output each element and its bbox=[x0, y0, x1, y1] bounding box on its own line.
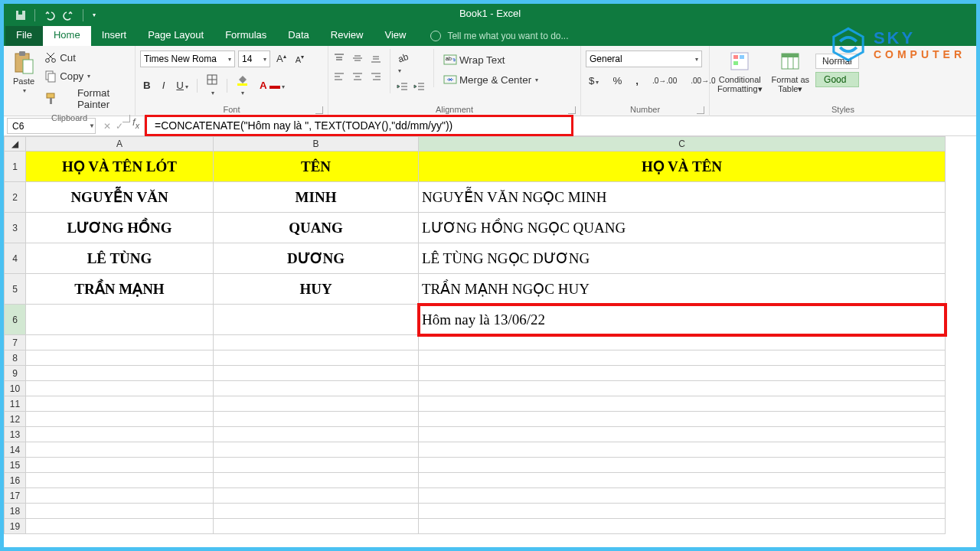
increase-indent-icon[interactable] bbox=[413, 81, 426, 93]
accounting-format-button[interactable]: $▾ bbox=[586, 73, 602, 88]
row-header-1[interactable]: 1 bbox=[5, 152, 26, 182]
alignment-launcher-icon[interactable] bbox=[568, 106, 576, 114]
font-color-button[interactable]: A ▾ bbox=[256, 78, 288, 93]
cell-b6[interactable] bbox=[214, 305, 419, 335]
svg-text:ab: ab bbox=[397, 52, 410, 64]
row-header-14[interactable]: 14 bbox=[5, 442, 26, 458]
tab-view[interactable]: View bbox=[374, 26, 416, 46]
tab-formulas[interactable]: Formulas bbox=[214, 26, 277, 46]
increase-font-button[interactable]: A▴ bbox=[273, 51, 289, 66]
tab-file[interactable]: File bbox=[5, 26, 43, 46]
save-icon[interactable] bbox=[15, 9, 27, 21]
increase-decimal-button[interactable]: .0→.00 bbox=[649, 75, 680, 86]
conditional-formatting-button[interactable]: ConditionalFormatting▾ bbox=[714, 49, 766, 95]
cell-c2[interactable]: NGUYỄN VĂN NGỌC MINH bbox=[419, 182, 946, 213]
cell-c1[interactable]: HỌ VÀ TÊN bbox=[419, 152, 946, 182]
align-bottom-icon[interactable] bbox=[370, 52, 382, 64]
title-bar: ▾ Book1 - Excel bbox=[4, 4, 976, 26]
cell-c4[interactable]: LÊ TÙNG NGỌC DƯƠNG bbox=[419, 243, 946, 274]
col-header-c[interactable]: C bbox=[419, 137, 946, 152]
cell-b2[interactable]: MINH bbox=[214, 182, 419, 213]
cell-a1[interactable]: HỌ VÀ TÊN LÓT bbox=[26, 152, 214, 182]
format-painter-label: Format Painter bbox=[60, 87, 127, 110]
tab-review[interactable]: Review bbox=[320, 26, 374, 46]
tab-page-layout[interactable]: Page Layout bbox=[137, 26, 214, 46]
tab-home[interactable]: Home bbox=[43, 26, 91, 46]
font-size-select[interactable]: 14▾ bbox=[238, 51, 270, 67]
merge-center-button[interactable]: Merge & Center▾ bbox=[440, 72, 541, 87]
comma-format-button[interactable]: , bbox=[632, 73, 642, 88]
number-format-select[interactable]: General▾ bbox=[586, 51, 702, 67]
number-launcher-icon[interactable] bbox=[697, 106, 704, 114]
row-header-9[interactable]: 9 bbox=[5, 366, 26, 381]
svg-rect-47 bbox=[740, 55, 744, 59]
cell-c3[interactable]: LƯƠNG HỒNG NGỌC QUANG bbox=[419, 213, 946, 243]
row-header-13[interactable]: 13 bbox=[5, 427, 26, 442]
row-header-10[interactable]: 10 bbox=[5, 381, 26, 396]
row-header-12[interactable]: 12 bbox=[5, 412, 26, 427]
cell-b3[interactable]: QUANG bbox=[214, 213, 419, 243]
select-all-corner[interactable]: ◢ bbox=[5, 137, 26, 152]
row-header-17[interactable]: 17 bbox=[5, 488, 26, 504]
row-header-2[interactable]: 2 bbox=[5, 182, 26, 213]
align-right-icon[interactable] bbox=[370, 70, 382, 83]
borders-button[interactable]: ▾ bbox=[203, 72, 221, 99]
row-header-18[interactable]: 18 bbox=[5, 504, 26, 519]
cut-button[interactable]: Cut bbox=[41, 49, 130, 66]
worksheet[interactable]: ◢ A B C 1 HỌ VÀ TÊN LÓT TÊN HỌ VÀ TÊN 2 … bbox=[4, 136, 976, 534]
cell-a6[interactable] bbox=[26, 305, 214, 335]
cell-c5[interactable]: TRẦN MẠNH NGỌC HUY bbox=[419, 274, 946, 305]
cell-a2[interactable]: NGUYỄN VĂN bbox=[26, 182, 214, 213]
tab-data[interactable]: Data bbox=[277, 26, 319, 46]
style-good[interactable]: Good bbox=[815, 72, 859, 87]
svg-rect-16 bbox=[270, 86, 280, 89]
style-normal[interactable]: Normal bbox=[815, 54, 859, 69]
decrease-font-button[interactable]: A▾ bbox=[292, 52, 307, 66]
align-left-icon[interactable] bbox=[333, 70, 345, 83]
tell-me-search[interactable]: Tell me what you want to do... bbox=[416, 26, 976, 46]
col-header-a[interactable]: A bbox=[26, 137, 214, 152]
cell-b4[interactable]: DƯƠNG bbox=[214, 243, 419, 274]
fill-color-button[interactable]: ▾ bbox=[233, 72, 251, 99]
col-header-b[interactable]: B bbox=[214, 137, 419, 152]
row-header-7[interactable]: 7 bbox=[5, 335, 26, 350]
row-header-16[interactable]: 16 bbox=[5, 473, 26, 488]
qat-customize-dropdown[interactable]: ▾ bbox=[93, 11, 96, 18]
cell-a4[interactable]: LÊ TÙNG bbox=[26, 243, 214, 274]
percent-format-button[interactable]: % bbox=[609, 73, 625, 88]
row-header-19[interactable]: 19 bbox=[5, 519, 26, 534]
cell-c6[interactable]: Hôm nay là 13/06/22 bbox=[419, 305, 946, 335]
clipboard-launcher-icon[interactable] bbox=[122, 115, 130, 122]
bold-button[interactable]: B bbox=[140, 78, 154, 93]
format-painter-button[interactable]: Format Painter bbox=[41, 86, 130, 112]
wrap-text-button[interactable]: ab Wrap Text bbox=[440, 52, 541, 67]
align-top-icon[interactable] bbox=[333, 52, 345, 64]
align-middle-icon[interactable] bbox=[351, 52, 364, 64]
cell-b5[interactable]: HUY bbox=[214, 274, 419, 305]
undo-icon[interactable] bbox=[43, 9, 55, 21]
paste-button[interactable]: Paste ▾ bbox=[8, 49, 39, 96]
row-header-6[interactable]: 6 bbox=[5, 305, 26, 335]
row-header-4[interactable]: 4 bbox=[5, 243, 26, 274]
underline-button[interactable]: U▾ bbox=[173, 78, 191, 93]
row-header-5[interactable]: 5 bbox=[5, 274, 26, 305]
row-header-15[interactable]: 15 bbox=[5, 458, 26, 473]
formula-input[interactable]: =CONCATENATE("Hôm nay là ", TEXT(TODAY()… bbox=[145, 115, 573, 136]
cell-a5[interactable]: TRẦN MẠNH bbox=[26, 274, 214, 305]
align-center-icon[interactable] bbox=[351, 70, 364, 83]
row-header-11[interactable]: 11 bbox=[5, 396, 26, 412]
copy-button[interactable]: Copy▾ bbox=[41, 67, 130, 84]
italic-button[interactable]: I bbox=[159, 78, 168, 93]
redo-icon[interactable] bbox=[63, 9, 75, 21]
font-launcher-icon[interactable] bbox=[315, 106, 323, 114]
formula-text: =CONCATENATE("Hôm nay là ", TEXT(TODAY()… bbox=[155, 119, 452, 132]
format-as-table-button[interactable]: Format asTable▾ bbox=[769, 49, 813, 95]
row-header-8[interactable]: 8 bbox=[5, 350, 26, 366]
decrease-indent-icon[interactable] bbox=[397, 81, 409, 93]
row-header-3[interactable]: 3 bbox=[5, 213, 26, 243]
cell-b1[interactable]: TÊN bbox=[214, 152, 419, 182]
orientation-button[interactable]: ab▾ bbox=[397, 52, 426, 75]
font-family-select[interactable]: Times New Roma▾ bbox=[140, 51, 235, 67]
tab-insert[interactable]: Insert bbox=[91, 26, 138, 46]
cell-a3[interactable]: LƯƠNG HỒNG bbox=[26, 213, 214, 243]
